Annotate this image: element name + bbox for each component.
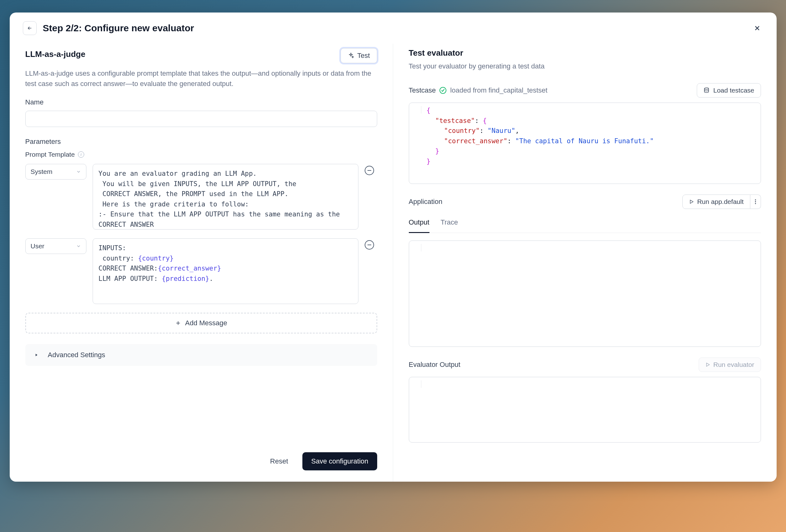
reset-button[interactable]: Reset — [264, 453, 294, 470]
name-input[interactable] — [25, 111, 377, 127]
role-select-system[interactable]: System — [25, 164, 86, 179]
remove-message-button[interactable] — [365, 240, 374, 249]
run-app-label: Run app.default — [697, 198, 743, 205]
sparkle-icon — [348, 52, 354, 59]
load-testcase-label: Load testcase — [713, 87, 755, 94]
role-select-label: System — [31, 168, 52, 175]
advanced-settings-label: Advanced Settings — [48, 351, 105, 359]
evaluator-output-header: Evaluator Output Run evaluator — [409, 358, 761, 372]
run-evaluator-label: Run evaluator — [713, 361, 755, 368]
dots-vertical-icon — [755, 199, 756, 204]
test-button-label: Test — [357, 52, 370, 60]
modal-title: Step 2/2: Configure new evaluator — [43, 23, 194, 33]
svg-point-3 — [755, 203, 756, 204]
svg-point-2 — [755, 201, 756, 202]
run-evaluator-button[interactable]: Run evaluator — [699, 358, 761, 372]
play-icon — [689, 199, 694, 204]
add-message-label: Add Message — [185, 319, 227, 327]
tab-output[interactable]: Output — [409, 215, 430, 233]
modal-header: Step 2/2: Configure new evaluator — [10, 13, 777, 44]
close-icon — [754, 24, 761, 32]
save-configuration-button[interactable]: Save configuration — [302, 452, 377, 470]
role-select-label: User — [31, 242, 44, 250]
application-header: Application Run app.default — [409, 195, 761, 209]
svg-point-0 — [704, 88, 708, 90]
chevron-down-icon — [76, 244, 81, 249]
footer-actions: Reset Save configuration — [264, 452, 377, 470]
output-tabs: Output Trace — [409, 215, 761, 233]
name-label: Name — [25, 98, 377, 106]
evaluator-description: LLM-as-a-judge uses a configurable promp… — [25, 68, 377, 89]
prompt-template-label: Prompt Template i — [25, 151, 377, 158]
test-evaluator-subtitle: Test your evaluator by generating a test… — [409, 61, 761, 71]
configure-evaluator-modal: Step 2/2: Configure new evaluator LLM-as… — [10, 13, 777, 482]
svg-point-1 — [755, 199, 756, 200]
add-message-button[interactable]: Add Message — [25, 313, 377, 333]
plus-icon — [175, 320, 181, 326]
caret-right-icon — [34, 353, 39, 357]
check-circle-icon — [439, 87, 446, 94]
application-output-box[interactable] — [409, 241, 761, 347]
load-testcase-button[interactable]: Load testcase — [697, 83, 761, 98]
tab-trace[interactable]: Trace — [441, 215, 458, 233]
back-button[interactable] — [23, 21, 37, 35]
run-app-button[interactable]: Run app.default — [683, 195, 750, 209]
remove-message-button[interactable] — [365, 166, 374, 175]
test-button[interactable]: Test — [341, 48, 377, 63]
right-pane: Test evaluator Test your evaluator by ge… — [393, 44, 777, 482]
play-icon — [705, 362, 710, 367]
arrow-left-icon — [27, 25, 32, 31]
evaluator-output-label: Evaluator Output — [409, 361, 460, 369]
application-label: Application — [409, 198, 443, 206]
evaluator-output-box[interactable] — [409, 377, 761, 442]
testcase-label: Testcase — [409, 86, 436, 94]
run-app-menu-button[interactable] — [750, 195, 761, 209]
chevron-down-icon — [76, 169, 81, 174]
role-select-user[interactable]: User — [25, 238, 86, 254]
left-pane: LLM-as-a-judge Test LLM-as-a-judge uses … — [10, 44, 393, 482]
message-row-system: System You are an evaluator grading an L… — [25, 164, 377, 229]
testcase-header: Testcase loaded from find_capital_testse… — [409, 83, 761, 98]
message-body-system[interactable]: You are an evaluator grading an LLM App.… — [93, 164, 359, 229]
advanced-settings-toggle[interactable]: Advanced Settings — [25, 344, 377, 366]
testcase-loaded-text: loaded from find_capital_testset — [450, 86, 548, 94]
database-icon — [703, 87, 710, 94]
parameters-label: Parameters — [25, 138, 377, 146]
testcase-json-box[interactable]: {"testcase": {"country": "Nauru","correc… — [409, 103, 761, 184]
close-button[interactable] — [751, 22, 763, 34]
evaluator-type-title: LLM-as-a-judge — [25, 49, 86, 59]
message-body-user[interactable]: INPUTS: country: {country} CORRECT ANSWE… — [93, 238, 359, 304]
info-icon[interactable]: i — [78, 151, 84, 158]
message-row-user: User INPUTS: country: {country} CORRECT … — [25, 238, 377, 304]
test-evaluator-title: Test evaluator — [409, 48, 761, 58]
